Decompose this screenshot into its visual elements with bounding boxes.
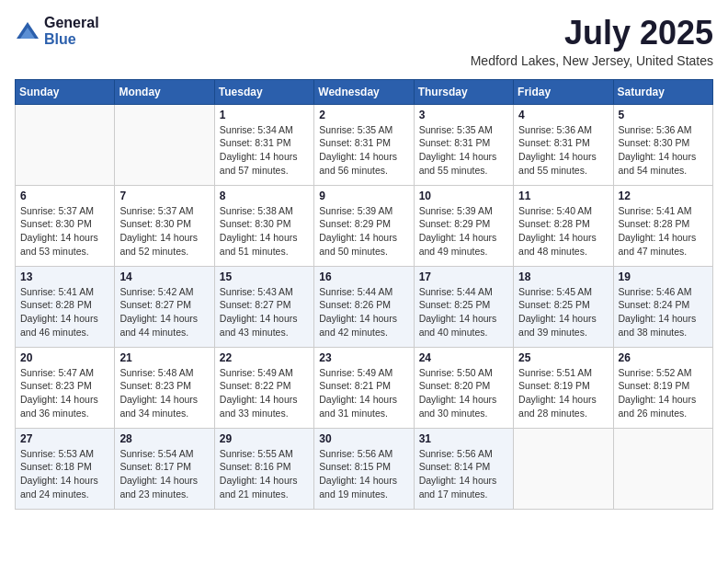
calendar-col-header: Monday — [115, 79, 214, 104]
calendar-table: SundayMondayTuesdayWednesdayThursdayFrid… — [15, 79, 713, 510]
calendar-day-cell: 2Sunrise: 5:35 AM Sunset: 8:31 PM Daylig… — [314, 104, 414, 185]
day-info: Sunrise: 5:38 AM Sunset: 8:30 PM Dayligh… — [220, 204, 309, 259]
calendar-day-cell: 7Sunrise: 5:37 AM Sunset: 8:30 PM Daylig… — [115, 185, 214, 266]
calendar-day-cell: 24Sunrise: 5:50 AM Sunset: 8:20 PM Dayli… — [414, 347, 513, 428]
calendar-col-header: Wednesday — [314, 79, 414, 104]
day-info: Sunrise: 5:41 AM Sunset: 8:28 PM Dayligh… — [20, 285, 109, 339]
day-number: 12 — [619, 190, 708, 202]
calendar-day-cell: 30Sunrise: 5:56 AM Sunset: 8:15 PM Dayli… — [314, 428, 414, 509]
day-number: 11 — [518, 190, 608, 202]
calendar-day-cell: 1Sunrise: 5:34 AM Sunset: 8:31 PM Daylig… — [214, 104, 313, 185]
month-year-title: July 2025 — [471, 15, 713, 52]
day-number: 2 — [319, 109, 408, 121]
logo-blue: Blue — [44, 31, 99, 48]
calendar-day-cell: 12Sunrise: 5:41 AM Sunset: 8:28 PM Dayli… — [613, 185, 712, 266]
day-number: 29 — [220, 432, 309, 445]
day-info: Sunrise: 5:35 AM Sunset: 8:31 PM Dayligh… — [319, 123, 408, 178]
day-number: 18 — [518, 270, 608, 283]
day-number: 1 — [220, 109, 309, 121]
day-info: Sunrise: 5:44 AM Sunset: 8:25 PM Dayligh… — [419, 285, 508, 339]
page-header: General Blue July 2025 Medford Lakes, Ne… — [15, 15, 713, 68]
day-info: Sunrise: 5:45 AM Sunset: 8:25 PM Dayligh… — [518, 285, 608, 339]
location-subtitle: Medford Lakes, New Jersey, United States — [471, 53, 713, 68]
day-number: 27 — [20, 432, 109, 445]
day-number: 13 — [20, 270, 109, 283]
day-number: 14 — [119, 270, 209, 283]
calendar-day-cell: 8Sunrise: 5:38 AM Sunset: 8:30 PM Daylig… — [214, 185, 313, 266]
calendar-day-cell: 13Sunrise: 5:41 AM Sunset: 8:28 PM Dayli… — [16, 266, 115, 347]
day-number: 4 — [518, 109, 608, 121]
calendar-day-cell: 18Sunrise: 5:45 AM Sunset: 8:25 PM Dayli… — [514, 266, 613, 347]
day-number: 26 — [619, 351, 708, 364]
day-number: 22 — [220, 351, 309, 364]
calendar-col-header: Friday — [514, 79, 613, 104]
calendar-day-cell: 3Sunrise: 5:35 AM Sunset: 8:31 PM Daylig… — [414, 104, 513, 185]
day-info: Sunrise: 5:37 AM Sunset: 8:30 PM Dayligh… — [20, 204, 109, 259]
calendar-day-cell: 10Sunrise: 5:39 AM Sunset: 8:29 PM Dayli… — [414, 185, 513, 266]
day-info: Sunrise: 5:50 AM Sunset: 8:20 PM Dayligh… — [419, 366, 508, 420]
day-number: 30 — [319, 432, 408, 445]
calendar-day-cell: 25Sunrise: 5:51 AM Sunset: 8:19 PM Dayli… — [514, 347, 613, 428]
day-number: 15 — [220, 270, 309, 283]
day-info: Sunrise: 5:53 AM Sunset: 8:18 PM Dayligh… — [20, 447, 109, 501]
calendar-day-cell: 28Sunrise: 5:54 AM Sunset: 8:17 PM Dayli… — [115, 428, 214, 509]
day-info: Sunrise: 5:51 AM Sunset: 8:19 PM Dayligh… — [518, 366, 608, 420]
calendar-day-cell: 20Sunrise: 5:47 AM Sunset: 8:23 PM Dayli… — [16, 347, 115, 428]
day-number: 28 — [119, 432, 209, 445]
day-info: Sunrise: 5:54 AM Sunset: 8:17 PM Dayligh… — [119, 447, 209, 501]
calendar-day-cell: 14Sunrise: 5:42 AM Sunset: 8:27 PM Dayli… — [115, 266, 214, 347]
day-number: 20 — [20, 351, 109, 364]
day-number: 31 — [419, 432, 508, 445]
calendar-day-cell: 26Sunrise: 5:52 AM Sunset: 8:19 PM Dayli… — [613, 347, 712, 428]
day-number: 3 — [419, 109, 508, 121]
calendar-week-row: 20Sunrise: 5:47 AM Sunset: 8:23 PM Dayli… — [16, 347, 713, 428]
day-number: 7 — [119, 190, 209, 202]
calendar-day-cell: 16Sunrise: 5:44 AM Sunset: 8:26 PM Dayli… — [314, 266, 414, 347]
day-number: 16 — [319, 270, 408, 283]
day-number: 6 — [20, 190, 109, 202]
calendar-day-cell: 31Sunrise: 5:56 AM Sunset: 8:14 PM Dayli… — [414, 428, 513, 509]
day-number: 23 — [319, 351, 408, 364]
calendar-day-cell: 23Sunrise: 5:49 AM Sunset: 8:21 PM Dayli… — [314, 347, 414, 428]
day-info: Sunrise: 5:52 AM Sunset: 8:19 PM Dayligh… — [619, 366, 708, 420]
logo-icon — [15, 18, 40, 44]
calendar-col-header: Tuesday — [214, 79, 313, 104]
day-info: Sunrise: 5:48 AM Sunset: 8:23 PM Dayligh… — [119, 366, 209, 420]
day-number: 17 — [419, 270, 508, 283]
calendar-day-cell: 17Sunrise: 5:44 AM Sunset: 8:25 PM Dayli… — [414, 266, 513, 347]
day-info: Sunrise: 5:41 AM Sunset: 8:28 PM Dayligh… — [619, 204, 708, 259]
day-info: Sunrise: 5:39 AM Sunset: 8:29 PM Dayligh… — [419, 204, 508, 259]
calendar-week-row: 6Sunrise: 5:37 AM Sunset: 8:30 PM Daylig… — [16, 185, 713, 266]
day-info: Sunrise: 5:34 AM Sunset: 8:31 PM Dayligh… — [220, 123, 309, 178]
calendar-header-row: SundayMondayTuesdayWednesdayThursdayFrid… — [16, 79, 713, 104]
calendar-day-cell: 22Sunrise: 5:49 AM Sunset: 8:22 PM Dayli… — [214, 347, 313, 428]
calendar-day-cell: 6Sunrise: 5:37 AM Sunset: 8:30 PM Daylig… — [16, 185, 115, 266]
day-info: Sunrise: 5:40 AM Sunset: 8:28 PM Dayligh… — [518, 204, 608, 259]
day-info: Sunrise: 5:47 AM Sunset: 8:23 PM Dayligh… — [20, 366, 109, 420]
day-info: Sunrise: 5:49 AM Sunset: 8:22 PM Dayligh… — [220, 366, 309, 420]
calendar-week-row: 13Sunrise: 5:41 AM Sunset: 8:28 PM Dayli… — [16, 266, 713, 347]
day-info: Sunrise: 5:39 AM Sunset: 8:29 PM Dayligh… — [319, 204, 408, 259]
day-info: Sunrise: 5:43 AM Sunset: 8:27 PM Dayligh… — [220, 285, 309, 339]
day-number: 19 — [619, 270, 708, 283]
calendar-day-cell: 9Sunrise: 5:39 AM Sunset: 8:29 PM Daylig… — [314, 185, 414, 266]
day-info: Sunrise: 5:44 AM Sunset: 8:26 PM Dayligh… — [319, 285, 408, 339]
calendar-week-row: 1Sunrise: 5:34 AM Sunset: 8:31 PM Daylig… — [16, 104, 713, 185]
day-info: Sunrise: 5:49 AM Sunset: 8:21 PM Dayligh… — [319, 366, 408, 420]
day-info: Sunrise: 5:37 AM Sunset: 8:30 PM Dayligh… — [119, 204, 209, 259]
calendar-day-cell — [613, 428, 712, 509]
day-number: 5 — [619, 109, 708, 121]
day-number: 9 — [319, 190, 408, 202]
day-number: 10 — [419, 190, 508, 202]
calendar-col-header: Thursday — [414, 79, 513, 104]
calendar-day-cell: 5Sunrise: 5:36 AM Sunset: 8:30 PM Daylig… — [613, 104, 712, 185]
calendar-day-cell: 11Sunrise: 5:40 AM Sunset: 8:28 PM Dayli… — [514, 185, 613, 266]
calendar-day-cell — [16, 104, 115, 185]
calendar-day-cell: 29Sunrise: 5:55 AM Sunset: 8:16 PM Dayli… — [214, 428, 313, 509]
calendar-day-cell: 19Sunrise: 5:46 AM Sunset: 8:24 PM Dayli… — [613, 266, 712, 347]
day-info: Sunrise: 5:36 AM Sunset: 8:31 PM Dayligh… — [518, 123, 608, 178]
title-area: July 2025 Medford Lakes, New Jersey, Uni… — [471, 15, 713, 68]
calendar-week-row: 27Sunrise: 5:53 AM Sunset: 8:18 PM Dayli… — [16, 428, 713, 509]
day-info: Sunrise: 5:46 AM Sunset: 8:24 PM Dayligh… — [619, 285, 708, 339]
day-number: 24 — [419, 351, 508, 364]
